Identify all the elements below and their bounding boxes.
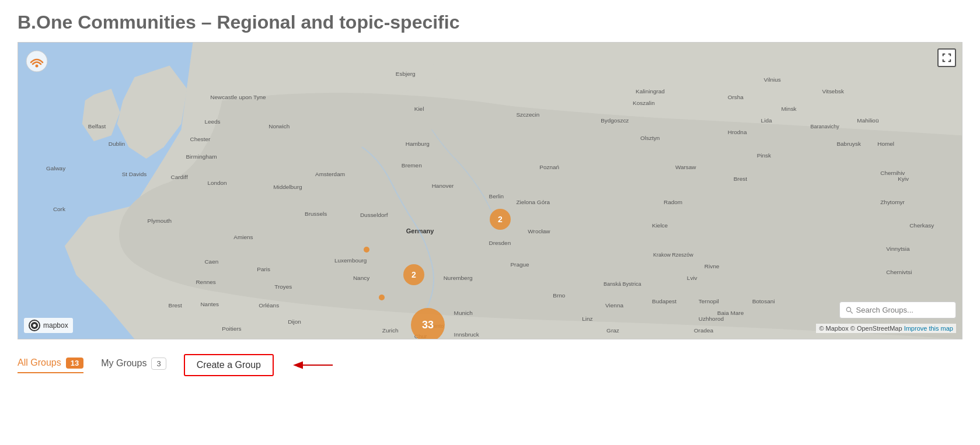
svg-text:Zhytomyr: Zhytomyr — [880, 199, 905, 205]
svg-text:Amiens: Amiens — [233, 234, 253, 240]
tab-my-groups[interactable]: My Groups 3 — [101, 358, 166, 373]
svg-text:Mahilioü: Mahilioü — [857, 117, 878, 124]
svg-text:Dublin: Dublin — [109, 141, 125, 147]
svg-text:Krakow Rzeszów: Krakow Rzeszów — [653, 252, 693, 258]
svg-text:Olsztyn: Olsztyn — [640, 135, 660, 141]
svg-text:Kyiv: Kyiv — [898, 176, 909, 182]
all-groups-label: All Groups — [18, 358, 61, 368]
svg-text:Banská Bystrica: Banská Bystrica — [604, 281, 641, 287]
all-groups-badge: 13 — [66, 358, 83, 369]
svg-text:Luxembourg: Luxembourg — [334, 257, 367, 264]
mapbox-text: mapbox — [43, 321, 68, 330]
svg-text:Graz: Graz — [606, 327, 619, 334]
svg-text:Brest: Brest — [169, 302, 182, 309]
svg-text:Nancy: Nancy — [353, 275, 369, 281]
svg-text:Orléans: Orléans — [259, 302, 279, 309]
svg-text:Brno: Brno — [553, 292, 566, 299]
svg-text:Zurich: Zurich — [382, 327, 399, 334]
svg-text:Galway: Galway — [46, 165, 65, 171]
svg-text:Ternopil: Ternopil — [699, 298, 719, 304]
svg-text:Chernivtsi: Chernivtsi — [886, 269, 912, 275]
svg-point-92 — [26, 51, 47, 72]
svg-text:Leeds: Leeds — [204, 118, 220, 125]
improve-map-link[interactable]: Improve this map — [904, 325, 953, 332]
svg-text:Homel: Homel — [877, 141, 894, 147]
svg-text:Baranavichy: Baranavichy — [810, 124, 839, 129]
svg-point-93 — [36, 65, 39, 68]
create-group-button[interactable]: Create a Group — [184, 354, 274, 376]
map-background: Belfast Newcastle upon Tyne Leeds Cheste… — [18, 43, 962, 339]
svg-text:Dusseldorf: Dusseldorf — [360, 212, 388, 218]
svg-text:Uzhhorod: Uzhhorod — [699, 316, 724, 322]
svg-text:Brest: Brest — [734, 176, 747, 182]
svg-text:Budapest: Budapest — [652, 298, 676, 304]
my-groups-label: My Groups — [101, 358, 147, 369]
svg-text:Orsha: Orsha — [728, 94, 744, 100]
svg-text:Innsbruck: Innsbruck — [454, 331, 479, 338]
svg-text:Babruysk: Babruysk — [836, 141, 861, 147]
fullscreen-button[interactable] — [937, 48, 956, 67]
search-icon — [846, 306, 853, 314]
red-arrow-icon — [291, 356, 338, 374]
svg-text:Birmingham: Birmingham — [186, 153, 217, 160]
svg-text:Hamburg: Hamburg — [406, 141, 430, 147]
svg-text:Prague: Prague — [510, 261, 529, 268]
svg-point-94 — [846, 307, 850, 311]
svg-text:Zielona Góra: Zielona Góra — [516, 199, 550, 205]
svg-text:London: London — [207, 180, 226, 186]
map-cluster-cologne[interactable]: 2 — [403, 264, 424, 285]
svg-text:Warsaw: Warsaw — [675, 164, 696, 170]
svg-text:Baia Mare: Baia Mare — [717, 310, 744, 316]
svg-text:Esbjerg: Esbjerg — [396, 71, 416, 77]
svg-text:Radom: Radom — [664, 199, 682, 205]
svg-text:Paris: Paris — [257, 266, 270, 272]
svg-line-95 — [850, 311, 853, 313]
svg-text:Berlin: Berlin — [489, 193, 504, 199]
svg-text:Poznań: Poznań — [539, 164, 559, 170]
svg-text:Vitsebsk: Vitsebsk — [822, 88, 844, 94]
svg-text:Oradea: Oradea — [694, 327, 714, 334]
mapbox-logo-icon — [29, 320, 40, 331]
map-cluster-munich[interactable]: 33 — [411, 308, 445, 339]
svg-text:Caen: Caen — [204, 258, 218, 265]
tab-bar: All Groups 13 My Groups 3 Create a Group — [0, 345, 980, 385]
svg-text:Nuremberg: Nuremberg — [444, 275, 473, 281]
svg-text:Pinsk: Pinsk — [757, 152, 771, 159]
svg-text:Vinnytsia: Vinnytsia — [886, 246, 910, 252]
svg-text:Amsterdam: Amsterdam — [315, 171, 345, 177]
svg-text:Lviv: Lviv — [687, 275, 697, 281]
map-dot-nancy[interactable] — [379, 295, 385, 300]
svg-text:Dresden: Dresden — [489, 240, 511, 246]
svg-text:Kiel: Kiel — [414, 106, 424, 112]
svg-point-97 — [33, 324, 36, 327]
arrow-indicator — [291, 356, 338, 374]
svg-text:Dijon: Dijon — [288, 318, 301, 325]
svg-text:Bydgoszcz: Bydgoszcz — [601, 117, 629, 124]
svg-text:Vienna: Vienna — [605, 302, 623, 309]
svg-text:Chester: Chester — [190, 136, 211, 142]
svg-text:Bremen: Bremen — [402, 162, 422, 169]
svg-text:Brussels: Brussels — [305, 211, 327, 217]
map-cluster-berlin[interactable]: 2 — [490, 209, 511, 230]
my-groups-badge: 3 — [151, 358, 166, 370]
svg-text:Hrodna: Hrodna — [728, 129, 747, 135]
svg-text:Wrocław: Wrocław — [528, 228, 550, 234]
svg-text:Vilnius: Vilnius — [764, 76, 781, 83]
svg-text:Plymouth: Plymouth — [148, 218, 172, 224]
map-attribution: © Mapbox © OpenStreetMap Improve this ma… — [816, 324, 956, 333]
svg-text:Cardiff: Cardiff — [171, 174, 188, 180]
search-input[interactable] — [856, 306, 950, 314]
tab-all-groups[interactable]: All Groups 13 — [18, 358, 83, 373]
svg-text:Newcastle upon Tyne: Newcastle upon Tyne — [210, 94, 266, 100]
svg-text:Kielce: Kielce — [652, 222, 668, 229]
svg-text:Botosani: Botosani — [752, 298, 775, 304]
svg-text:Poitiers: Poitiers — [222, 325, 241, 332]
svg-text:Kaliningrad: Kaliningrad — [636, 88, 665, 94]
map-search-box[interactable] — [839, 302, 956, 318]
mapbox-logo: mapbox — [24, 318, 73, 333]
map-dot-brussels[interactable] — [364, 247, 369, 253]
svg-text:Middelburg: Middelburg — [273, 184, 302, 190]
app-logo-icon — [25, 50, 48, 73]
svg-text:Munich: Munich — [454, 310, 473, 316]
svg-text:Troyes: Troyes — [274, 283, 292, 290]
